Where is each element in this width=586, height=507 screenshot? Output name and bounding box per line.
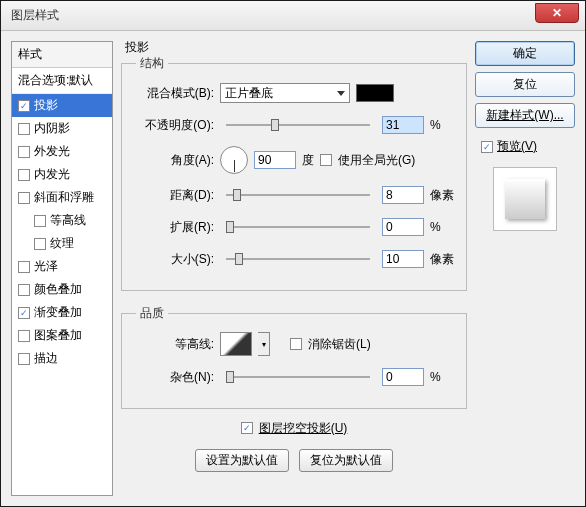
sidebar-item-2[interactable]: 外发光 (12, 140, 112, 163)
size-input[interactable] (382, 250, 424, 268)
sidebar-item-0[interactable]: 投影 (12, 94, 112, 117)
antialias-label: 消除锯齿(L) (308, 336, 371, 353)
reset-default-button[interactable]: 复位为默认值 (299, 449, 393, 472)
sidebar-item-label: 内发光 (34, 166, 70, 183)
sidebar-item-7[interactable]: 光泽 (12, 255, 112, 278)
angle-input[interactable] (254, 151, 296, 169)
angle-unit: 度 (302, 152, 314, 169)
distance-unit: 像素 (430, 187, 456, 204)
sidebar-checkbox-2[interactable] (18, 146, 30, 158)
sidebar-item-label: 描边 (34, 350, 58, 367)
sidebar-item-6[interactable]: 纹理 (12, 232, 112, 255)
noise-unit: % (430, 370, 456, 384)
size-label: 大小(S): (136, 251, 214, 268)
antialias-checkbox[interactable] (290, 338, 302, 350)
sidebar-checkbox-8[interactable] (18, 284, 30, 296)
preview-box (493, 167, 557, 231)
sidebar-header: 样式 (12, 42, 112, 68)
opacity-label: 不透明度(O): (136, 117, 214, 134)
sidebar-item-label: 图案叠加 (34, 327, 82, 344)
sidebar-item-11[interactable]: 描边 (12, 347, 112, 370)
sidebar-item-3[interactable]: 内发光 (12, 163, 112, 186)
contour-picker[interactable] (220, 332, 252, 356)
global-light-label: 使用全局光(G) (338, 152, 415, 169)
noise-input[interactable] (382, 368, 424, 386)
preview-label: 预览(V) (497, 138, 537, 155)
angle-dial[interactable] (220, 146, 248, 174)
chevron-down-icon (337, 91, 345, 96)
sidebar-item-label: 投影 (34, 97, 58, 114)
sidebar-item-label: 颜色叠加 (34, 281, 82, 298)
new-style-button[interactable]: 新建样式(W)... (475, 103, 575, 128)
size-unit: 像素 (430, 251, 456, 268)
spread-unit: % (430, 220, 456, 234)
sidebar-checkbox-0[interactable] (18, 100, 30, 112)
cancel-button[interactable]: 复位 (475, 72, 575, 97)
sidebar-item-10[interactable]: 图案叠加 (12, 324, 112, 347)
contour-label: 等高线: (136, 336, 214, 353)
sidebar-item-label: 光泽 (34, 258, 58, 275)
spread-input[interactable] (382, 218, 424, 236)
sidebar-item-9[interactable]: 渐变叠加 (12, 301, 112, 324)
distance-input[interactable] (382, 186, 424, 204)
knockout-label: 图层挖空投影(U) (259, 420, 348, 437)
close-icon: ✕ (552, 6, 562, 20)
main-panel: 投影 结构 混合模式(B): 正片叠底 不透明度(O): % (121, 41, 467, 496)
panel-title: 投影 (125, 39, 149, 56)
structure-legend: 结构 (136, 55, 168, 72)
ok-button[interactable]: 确定 (475, 41, 575, 66)
spread-label: 扩展(R): (136, 219, 214, 236)
sidebar-checkbox-1[interactable] (18, 123, 30, 135)
sidebar-item-label: 内阴影 (34, 120, 70, 137)
window-title: 图层样式 (11, 7, 59, 24)
sidebar-checkbox-3[interactable] (18, 169, 30, 181)
sidebar-item-5[interactable]: 等高线 (12, 209, 112, 232)
contour-dropdown[interactable]: ▾ (258, 332, 270, 356)
size-slider[interactable] (226, 250, 370, 268)
quality-legend: 品质 (136, 305, 168, 322)
preview-checkbox[interactable] (481, 141, 493, 153)
sidebar-checkbox-7[interactable] (18, 261, 30, 273)
blend-mode-select[interactable]: 正片叠底 (220, 83, 350, 103)
noise-label: 杂色(N): (136, 369, 214, 386)
spread-slider[interactable] (226, 218, 370, 236)
sidebar-blend-options[interactable]: 混合选项:默认 (12, 68, 112, 94)
angle-label: 角度(A): (136, 152, 214, 169)
sidebar-item-4[interactable]: 斜面和浮雕 (12, 186, 112, 209)
sidebar-item-label: 渐变叠加 (34, 304, 82, 321)
opacity-unit: % (430, 118, 456, 132)
sidebar-checkbox-6[interactable] (34, 238, 46, 250)
opacity-slider[interactable] (226, 116, 370, 134)
titlebar: 图层样式 ✕ (1, 1, 585, 31)
structure-group: 结构 混合模式(B): 正片叠底 不透明度(O): % 角度(A (121, 55, 467, 291)
shadow-color-swatch[interactable] (356, 84, 394, 102)
global-light-checkbox[interactable] (320, 154, 332, 166)
sidebar-item-label: 等高线 (50, 212, 86, 229)
opacity-input[interactable] (382, 116, 424, 134)
blend-mode-label: 混合模式(B): (136, 85, 214, 102)
sidebar-checkbox-10[interactable] (18, 330, 30, 342)
close-button[interactable]: ✕ (535, 3, 579, 23)
right-column: 确定 复位 新建样式(W)... 预览(V) (475, 41, 575, 496)
sidebar-item-label: 斜面和浮雕 (34, 189, 94, 206)
dialog-window: 图层样式 ✕ 样式 混合选项:默认 投影内阴影外发光内发光斜面和浮雕等高线纹理光… (0, 0, 586, 507)
sidebar-item-label: 外发光 (34, 143, 70, 160)
styles-sidebar: 样式 混合选项:默认 投影内阴影外发光内发光斜面和浮雕等高线纹理光泽颜色叠加渐变… (11, 41, 113, 496)
content-area: 样式 混合选项:默认 投影内阴影外发光内发光斜面和浮雕等高线纹理光泽颜色叠加渐变… (1, 31, 585, 506)
set-default-button[interactable]: 设置为默认值 (195, 449, 289, 472)
preview-toggle[interactable]: 预览(V) (475, 138, 575, 155)
distance-label: 距离(D): (136, 187, 214, 204)
sidebar-checkbox-9[interactable] (18, 307, 30, 319)
sidebar-checkbox-5[interactable] (34, 215, 46, 227)
sidebar-checkbox-4[interactable] (18, 192, 30, 204)
sidebar-checkbox-11[interactable] (18, 353, 30, 365)
sidebar-item-label: 纹理 (50, 235, 74, 252)
quality-group: 品质 等高线: ▾ 消除锯齿(L) 杂色(N): % (121, 305, 467, 409)
distance-slider[interactable] (226, 186, 370, 204)
knockout-checkbox[interactable] (241, 422, 253, 434)
noise-slider[interactable] (226, 368, 370, 386)
sidebar-item-1[interactable]: 内阴影 (12, 117, 112, 140)
sidebar-item-8[interactable]: 颜色叠加 (12, 278, 112, 301)
preview-thumbnail (505, 179, 545, 219)
